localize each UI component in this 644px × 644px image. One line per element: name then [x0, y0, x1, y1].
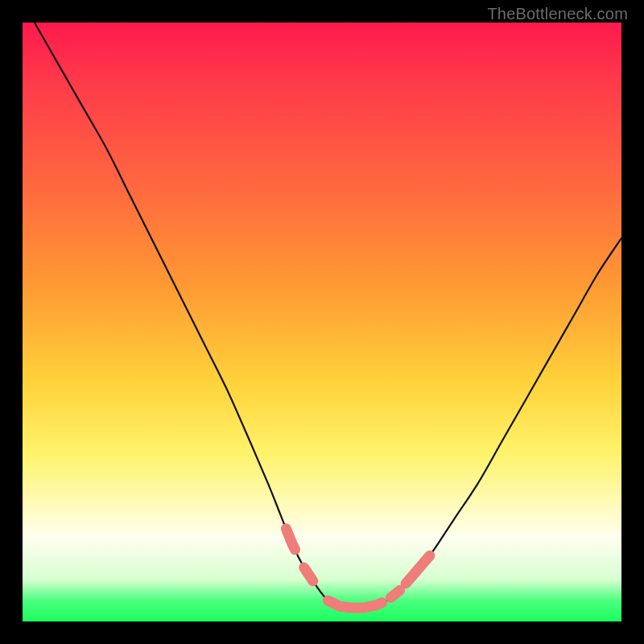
accent-segment — [406, 555, 430, 584]
curve-path — [35, 23, 621, 608]
accent-segment — [286, 529, 295, 550]
accent-segment — [304, 568, 313, 581]
chart-frame: TheBottleneck.com — [0, 0, 644, 644]
accent-segment — [328, 601, 382, 608]
attribution-text: TheBottleneck.com — [487, 5, 628, 23]
accent-segment — [391, 590, 400, 597]
plot-area — [23, 23, 621, 621]
accent-segments — [286, 529, 430, 608]
bottleneck-curve — [23, 23, 621, 621]
